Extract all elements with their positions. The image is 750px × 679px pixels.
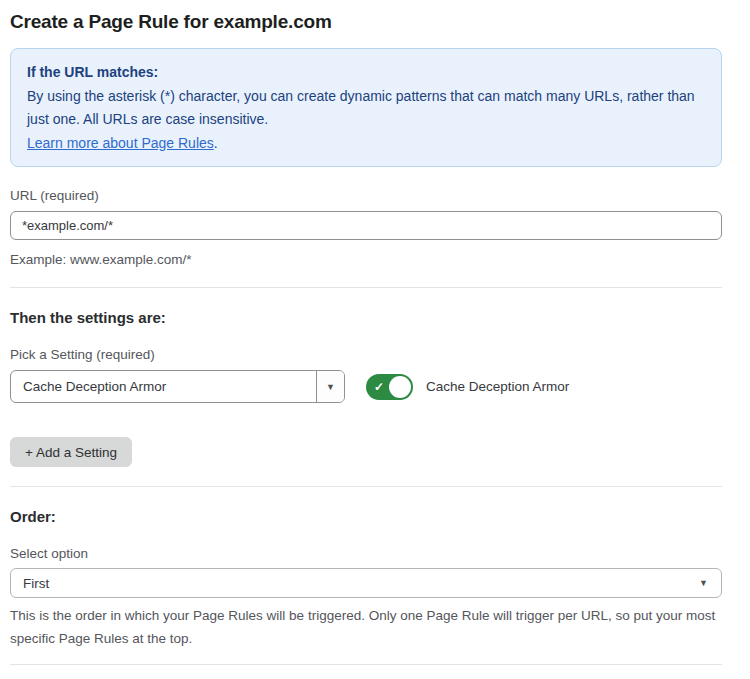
url-input[interactable] bbox=[10, 211, 722, 240]
info-box-body: By using the asterisk (*) character, you… bbox=[27, 85, 705, 132]
order-select-dropdown[interactable]: First ▼ bbox=[10, 568, 722, 598]
info-box-heading: If the URL matches: bbox=[27, 61, 705, 85]
toggle-label: Cache Deception Armor bbox=[426, 379, 569, 394]
toggle-knob bbox=[389, 376, 411, 398]
chevron-down-icon: ▼ bbox=[699, 578, 708, 588]
setting-toggle-group: ✓ Cache Deception Armor bbox=[366, 374, 569, 400]
settings-section-heading: Then the settings are: bbox=[10, 309, 722, 326]
learn-more-link[interactable]: Learn more about Page Rules bbox=[27, 135, 214, 151]
url-field-label: URL (required) bbox=[10, 188, 722, 203]
page-rule-form: Create a Page Rule for example.com If th… bbox=[0, 0, 750, 679]
url-match-info-box: If the URL matches: By using the asteris… bbox=[10, 48, 722, 167]
url-example-helper: Example: www.example.com/* bbox=[10, 248, 722, 271]
order-select-label: Select option bbox=[10, 546, 722, 561]
setting-picker-arrow-button[interactable]: ▼ bbox=[316, 371, 344, 402]
setting-picker-dropdown[interactable]: Cache Deception Armor ▼ bbox=[10, 370, 345, 403]
order-helper-text: This is the order in which your Page Rul… bbox=[10, 604, 722, 650]
chevron-down-icon: ▼ bbox=[326, 382, 335, 392]
setting-picker-label: Pick a Setting (required) bbox=[10, 347, 722, 362]
link-suffix: . bbox=[214, 135, 218, 151]
setting-row: Cache Deception Armor ▼ ✓ Cache Deceptio… bbox=[10, 370, 722, 403]
order-select-value: First bbox=[23, 576, 49, 591]
divider bbox=[10, 664, 722, 665]
divider bbox=[10, 486, 722, 487]
setting-picker-value: Cache Deception Armor bbox=[11, 371, 316, 402]
divider bbox=[10, 287, 722, 288]
cache-deception-armor-toggle[interactable]: ✓ bbox=[366, 374, 413, 400]
info-box-link-line: Learn more about Page Rules. bbox=[27, 132, 705, 156]
check-icon: ✓ bbox=[374, 380, 384, 394]
add-setting-button[interactable]: + Add a Setting bbox=[10, 437, 132, 467]
order-section-heading: Order: bbox=[10, 508, 722, 525]
page-title: Create a Page Rule for example.com bbox=[10, 11, 722, 33]
